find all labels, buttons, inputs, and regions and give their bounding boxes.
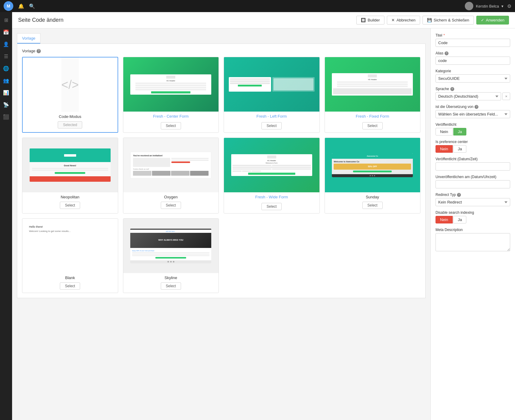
mock-r2: [230, 80, 270, 82]
sidebar-item-globe[interactable]: 🌐: [1, 63, 11, 74]
datum-input[interactable]: [436, 162, 510, 171]
field-group-redirect: Redirect Typ ? Kein Redirect: [436, 193, 510, 206]
field-group-search-index: Disable search indexing Nein Ja: [436, 210, 510, 223]
tab-content: Vorlage ? </> Code-Modus Selected: [17, 44, 426, 298]
neo-bot: [30, 176, 111, 182]
select-button-fresh-center[interactable]: Select: [161, 122, 181, 129]
mock-field-1: [135, 83, 206, 84]
mock-ff-3: [337, 86, 408, 87]
template-name-fresh-fixed: Fresh - Fixed Form: [353, 112, 392, 121]
right-panel: Titel * Alias ? Kategorie SecuGUIDE: [430, 28, 515, 420]
anwenden-button[interactable]: ✓ Anwenden: [476, 16, 509, 24]
select-button-fresh-fixed[interactable]: Select: [362, 122, 383, 129]
search-index-ja-btn[interactable]: Ja: [453, 216, 467, 223]
tab-vorlage[interactable]: Vorlage: [17, 34, 40, 44]
mock-field-2: [135, 85, 206, 86]
search-icon[interactable]: 🔍: [29, 3, 35, 9]
preference-ja-btn[interactable]: Ja: [453, 145, 467, 153]
select-button-skyline[interactable]: Select: [161, 282, 181, 290]
sidebar-item-rss[interactable]: 📡: [1, 99, 11, 110]
titel-input[interactable]: [436, 39, 510, 47]
mock-checks: [232, 171, 311, 172]
neo-top: [30, 148, 111, 162]
oxy-i4: [190, 171, 209, 176]
template-card-neopolitan[interactable]: Good News! Neopolitan: [22, 138, 118, 213]
preview-bg-blank: Hello there! Welcom! Looking to get some…: [22, 219, 118, 273]
template-card-sunday[interactable]: Awesome Co Welcome to Awesome Co 50% OFF: [325, 138, 421, 213]
select-button-fresh-wide[interactable]: Select: [261, 203, 282, 210]
mock-fw-f1: [232, 165, 271, 166]
sun-brand: Awesome Co: [334, 155, 411, 157]
alias-input[interactable]: [436, 57, 510, 65]
mockup-fresh-wide: H1 Header Welcome to Form: [231, 154, 312, 176]
user-dropdown-icon: ▾: [501, 4, 504, 8]
field-label-entdatum: Unveröffentlichen am (Datum/Uhrzeit): [436, 175, 510, 179]
template-preview-neopolitan: Good News!: [22, 138, 118, 192]
template-card-oxygen[interactable]: You've received an invitation!: [123, 138, 219, 213]
selected-button-code-modus: Selected: [58, 121, 82, 129]
mock-header-fw: H1 Header: [232, 160, 311, 161]
mock-r3: [230, 83, 270, 84]
sidebar-item-contacts[interactable]: 👤: [1, 39, 11, 50]
template-card-skyline[interactable]: add-link-here... WHY ALWAYS MISS YOU: [123, 218, 219, 293]
bell-icon[interactable]: 🔔: [18, 3, 24, 9]
select-button-fresh-left[interactable]: Select: [261, 122, 282, 129]
template-name-code-modus: Code-Modus: [57, 112, 84, 120]
mock-field-3: [135, 87, 206, 88]
sidebar-item-layers[interactable]: ⬛: [1, 111, 11, 122]
builder-button[interactable]: 🔲 Builder: [356, 16, 384, 24]
oxy-f2: [171, 160, 209, 161]
redirect-select[interactable]: Kein Redirect: [436, 198, 510, 206]
template-card-fresh-center[interactable]: H1 Header Fresh - Center Form: [123, 57, 219, 133]
sun-content: Welcome to Awesome Co 50% OFF: [332, 159, 413, 174]
template-card-code-modus[interactable]: </> Code-Modus Selected: [22, 57, 118, 133]
abbrechen-button[interactable]: ✕ Abbrechen: [387, 16, 420, 24]
select-button-blank[interactable]: Select: [60, 282, 80, 290]
sprache-clear-button[interactable]: ×: [502, 93, 510, 100]
template-card-blank[interactable]: Hello there! Welcom! Looking to get some…: [22, 218, 118, 293]
sidebar-item-grid[interactable]: ⊞: [1, 15, 11, 25]
neo-title: Good News!: [32, 164, 108, 167]
oxy-img: [133, 158, 170, 167]
sun-social1: [370, 175, 371, 176]
gear-icon[interactable]: ⚙: [507, 3, 511, 9]
entdatum-input[interactable]: [436, 180, 510, 188]
sun-offer: 50% OFF: [334, 164, 411, 170]
sprache-select[interactable]: Deutsch (Deutschland): [436, 92, 501, 100]
select-button-sunday[interactable]: Select: [362, 202, 383, 209]
app-logo[interactable]: M: [4, 1, 13, 11]
sichern-button[interactable]: 💾 Sichern & Schließen: [423, 16, 474, 24]
template-card-fresh-wide[interactable]: H1 Header Welcome to Form: [224, 138, 320, 213]
uebersetzung-help-icon[interactable]: ?: [475, 105, 478, 109]
field-label-meta: Meta Description: [436, 228, 510, 232]
user-menu[interactable]: Kerstin Belca ▾: [465, 2, 504, 10]
preference-nein-btn[interactable]: Nein: [436, 145, 453, 153]
sidebar-item-list[interactable]: ☰: [1, 51, 11, 62]
vorlage-help-icon[interactable]: ?: [37, 49, 41, 53]
alias-help-icon[interactable]: ?: [445, 51, 449, 55]
oxy-images: [133, 171, 209, 176]
field-group-preference: Is preference center Nein Ja: [436, 140, 510, 153]
mock-fw-f3: [232, 167, 311, 168]
select-button-oxygen[interactable]: Select: [161, 202, 181, 209]
sky-content: Enjoy 50% of your next purchase: [130, 248, 211, 260]
veroeffentlicht-ja-btn[interactable]: Ja: [453, 128, 467, 135]
template-card-inner-ff: H1 Header Fresh - Fixed Form Select: [325, 57, 420, 132]
redirect-help-icon[interactable]: ?: [457, 193, 461, 197]
mockup-fresh-left: [229, 77, 315, 92]
template-card-fresh-left[interactable]: Fresh - Left Form Select: [224, 57, 320, 133]
search-index-nein-btn[interactable]: Nein: [436, 216, 453, 223]
sun-footer: [332, 174, 413, 177]
template-grid: </> Code-Modus Selected: [22, 57, 420, 293]
sidebar-item-calendar[interactable]: 📅: [1, 27, 11, 37]
veroeffentlicht-nein-btn[interactable]: Nein: [436, 128, 453, 135]
kategorie-select[interactable]: SecuGUIDE: [436, 74, 510, 83]
uebersetzung-select[interactable]: Wählen Sie ein übersetztes Feld...: [436, 110, 510, 118]
sidebar-item-chart[interactable]: 📊: [1, 87, 11, 98]
sprache-help-icon[interactable]: ?: [450, 87, 454, 91]
meta-textarea[interactable]: [436, 233, 510, 251]
sidebar-item-users[interactable]: 👥: [1, 75, 11, 86]
template-card-fresh-fixed[interactable]: H1 Header Fresh - Fixed Form Select: [325, 57, 421, 133]
select-button-neopolitan[interactable]: Select: [60, 202, 80, 209]
mockup-right-col: [272, 77, 315, 92]
